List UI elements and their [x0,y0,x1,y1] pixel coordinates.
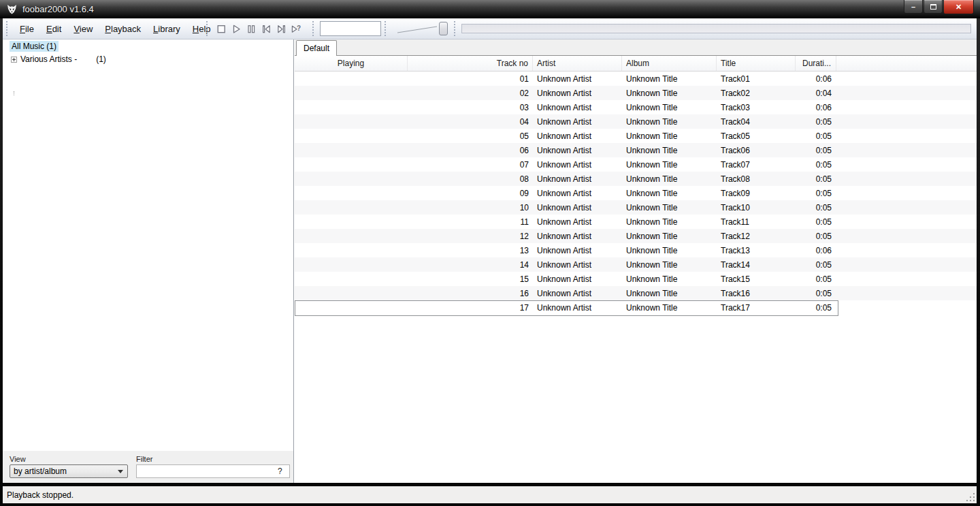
cell-album: Unknown Title [622,229,717,243]
tree-expand-icon[interactable] [11,57,17,63]
cell-title: Track04 [717,114,796,129]
column-header-album[interactable]: Album [622,56,717,71]
title-bar[interactable]: foobar2000 v1.6.4 – ✕ [0,0,980,18]
table-row[interactable]: 12Unknown ArtistUnknown TitleTrack120:05 [295,229,977,243]
cell-duration: 0:05 [796,172,836,186]
filter-label: Filter [136,455,152,463]
search-grip[interactable] [312,21,318,36]
table-row[interactable]: 15Unknown ArtistUnknown TitleTrack150:05 [295,272,977,286]
random-button[interactable]: ? [289,21,304,36]
table-row[interactable]: 11Unknown ArtistUnknown TitleTrack110:05 [295,215,977,229]
cell-album: Unknown Title [622,286,717,300]
column-header-track_no[interactable]: Track no [408,56,533,71]
cell-artist: Unknown Artist [533,72,622,86]
table-row[interactable]: 06Unknown ArtistUnknown TitleTrack060:05 [295,143,977,157]
playlist-header: PlayingTrack noArtistAlbumTitleDurati... [295,56,977,72]
maximize-button[interactable] [924,0,943,14]
tree-connector-line [14,91,14,95]
table-row[interactable]: 03Unknown ArtistUnknown TitleTrack030:06 [295,100,977,114]
cell-title: Track03 [717,100,796,114]
next-track-button[interactable] [274,21,289,36]
transport-grip[interactable] [206,21,212,36]
cell-artist: Unknown Artist [533,229,622,243]
pause-button[interactable] [244,21,259,36]
cell-album: Unknown Title [622,215,717,229]
cell-album: Unknown Title [622,72,717,86]
volume-grip[interactable] [385,21,391,36]
column-header-duration[interactable]: Durati... [796,56,836,71]
volume-slider[interactable] [393,20,451,37]
cell-playing [295,272,408,286]
minimize-button[interactable]: – [904,0,923,14]
table-row[interactable]: 10Unknown ArtistUnknown TitleTrack100:05 [295,200,977,215]
cell-track_no: 02 [408,86,533,100]
column-header-title[interactable]: Title [717,56,796,71]
seekbar-grip[interactable] [454,21,460,36]
cell-playing [295,157,408,172]
menu-view[interactable]: View [67,22,99,36]
resize-grip-icon[interactable] [966,493,975,502]
table-row[interactable]: 05Unknown ArtistUnknown TitleTrack050:05 [295,129,977,143]
table-row[interactable]: 07Unknown ArtistUnknown TitleTrack070:05 [295,157,977,172]
table-row[interactable]: 16Unknown ArtistUnknown TitleTrack160:05 [295,286,977,300]
column-header-artist[interactable]: Artist [533,56,622,71]
cell-artist: Unknown Artist [533,200,622,215]
play-button[interactable] [229,21,244,36]
menu-playback[interactable]: Playback [99,22,147,36]
cell-duration: 0:06 [796,100,836,114]
cell-playing [295,72,408,86]
cell-duration: 0:05 [796,300,836,315]
table-row[interactable]: 09Unknown ArtistUnknown TitleTrack090:05 [295,186,977,200]
cell-track_no: 09 [408,186,533,200]
cell-title: Track07 [717,157,796,172]
library-footer: View by artist/album Filter ? [3,451,293,483]
cell-title: Track16 [717,286,796,300]
filter-input[interactable] [136,464,290,478]
window-title: foobar2000 v1.6.4 [22,4,94,14]
table-row[interactable]: 13Unknown ArtistUnknown TitleTrack130:06 [295,243,977,257]
table-row[interactable]: 02Unknown ArtistUnknown TitleTrack020:04 [295,86,977,100]
cell-duration: 0:05 [796,143,836,157]
table-row[interactable]: 17Unknown ArtistUnknown TitleTrack170:05 [295,300,977,315]
menubar-grip[interactable] [6,21,12,36]
stop-button[interactable] [214,21,229,36]
cell-duration: 0:05 [796,129,836,143]
view-dropdown[interactable]: by artist/album [10,464,128,478]
view-dropdown-value: by artist/album [14,467,67,476]
cell-track_no: 17 [408,300,533,315]
menu-library[interactable]: Library [147,22,186,36]
toolbar-search-input[interactable] [320,21,381,36]
filter-help-icon[interactable]: ? [278,467,282,476]
previous-track-button[interactable] [259,21,274,36]
table-row[interactable]: 08Unknown ArtistUnknown TitleTrack080:05 [295,172,977,186]
cell-duration: 0:06 [796,72,836,86]
volume-thumb[interactable] [439,22,448,35]
cell-track_no: 15 [408,272,533,286]
seekbar-group [461,18,977,39]
cell-duration: 0:05 [796,272,836,286]
cell-title: Track11 [717,215,796,229]
seek-bar[interactable] [461,24,971,33]
table-row[interactable]: 01Unknown ArtistUnknown TitleTrack010:06 [295,72,977,86]
library-node-various-artists[interactable]: Various Artists - (1) [11,54,293,64]
cell-duration: 0:05 [796,157,836,172]
random-icon: ? [290,23,303,35]
close-button[interactable]: ✕ [943,0,974,14]
column-header-playing[interactable]: Playing [295,56,408,71]
menu-file[interactable]: File [14,22,40,36]
cell-artist: Unknown Artist [533,243,622,257]
library-node-all-music[interactable]: All Music (1) [10,41,59,52]
cell-playing [295,172,408,186]
cell-playing [295,86,408,100]
cell-track_no: 03 [408,100,533,114]
tab-label: Default [304,44,329,53]
tab-default[interactable]: Default [296,40,337,56]
table-row[interactable]: 14Unknown ArtistUnknown TitleTrack140:05 [295,257,977,272]
cell-album: Unknown Title [622,172,717,186]
cell-playing [295,143,408,157]
minimize-icon: – [911,3,915,11]
table-row[interactable]: 04Unknown ArtistUnknown TitleTrack040:05 [295,114,977,129]
cell-duration: 0:05 [796,257,836,272]
menu-edit[interactable]: Edit [40,22,67,36]
cell-album: Unknown Title [622,114,717,129]
